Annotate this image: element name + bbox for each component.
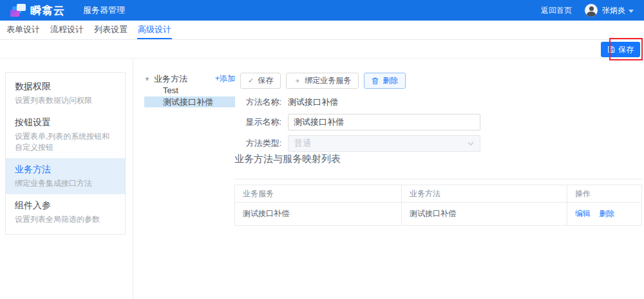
app-title: 瞬翕云 xyxy=(30,3,65,18)
design-tabs: 表单设计 流程设计 列表设置 高级设计 xyxy=(0,21,644,40)
col-header-service: 业务服务 xyxy=(235,185,402,203)
page: 瞬翕云 服务器管理 返回首页 张炳炎 表单设计 流程设计 列表设置 高级设计 保… xyxy=(0,0,644,299)
trash-icon xyxy=(372,77,379,85)
check-icon: ✓ xyxy=(248,77,254,84)
left-column: 数据权限 设置列表数据访问权限 按钮设置 设置表单,列表的系统按钮和自定义按钮 … xyxy=(0,59,133,299)
app-header: 瞬翕云 服务器管理 返回首页 张炳炎 xyxy=(0,0,644,21)
method-type-select[interactable]: 普通 xyxy=(288,135,480,152)
editor-actions: ✓ 保存 ＋ 绑定业务服务 删除 xyxy=(240,73,480,89)
sidebar-item-data-permission[interactable]: 数据权限 设置列表数据访问权限 xyxy=(6,75,125,111)
mapping-table: 业务服务 业务方法 操作 测试接口补偿 测试接口补偿 编辑 删除 xyxy=(234,185,642,226)
plus-icon: ＋ xyxy=(294,77,301,84)
main-panel: ▼ 业务方法 +添加 Test 测试接口补偿 ✓ 保存 ＋ 绑定业务服务 xyxy=(133,59,644,299)
settings-menu-card: 数据权限 设置列表数据访问权限 按钮设置 设置表单,列表的系统按钮和自定义按钮 … xyxy=(5,72,126,235)
add-method-link[interactable]: +添加 xyxy=(215,73,235,84)
method-type-label: 方法类型: xyxy=(240,138,281,149)
caret-down-icon[interactable] xyxy=(629,10,634,13)
method-editor: ✓ 保存 ＋ 绑定业务服务 删除 方法名称: xyxy=(240,73,480,152)
content: 数据权限 设置列表数据访问权限 按钮设置 设置表单,列表的系统按钮和自定义按钮 … xyxy=(0,59,644,299)
section-divider xyxy=(234,179,642,179)
sidebar-item-button-settings[interactable]: 按钮设置 设置表单,列表的系统按钮和自定义按钮 xyxy=(6,111,125,158)
tree-root-label[interactable]: 业务方法 xyxy=(154,73,187,85)
form-row-method-type: 方法类型: 普通 xyxy=(240,135,480,152)
cell-method: 测试接口补偿 xyxy=(402,203,567,226)
form-row-display-name: 显示名称: xyxy=(240,114,480,131)
app-logo: 瞬翕云 xyxy=(10,3,65,18)
method-save-button[interactable]: ✓ 保存 xyxy=(240,73,281,89)
back-home-link[interactable]: 返回首页 xyxy=(541,5,572,16)
save-icon xyxy=(607,46,615,53)
method-type-value: 普通 xyxy=(294,138,311,149)
cell-actions: 编辑 删除 xyxy=(567,203,642,226)
bind-service-button[interactable]: ＋ 绑定业务服务 xyxy=(286,73,359,89)
logo-icon xyxy=(10,4,26,17)
toolbar: 保存 xyxy=(0,40,644,59)
avatar-person-icon xyxy=(589,6,594,11)
tree-caret-icon[interactable]: ▼ xyxy=(144,76,154,82)
nav-item-server-management[interactable]: 服务器管理 xyxy=(83,5,125,16)
mapping-section-title: 业务方法与服务映射列表 xyxy=(234,153,642,165)
method-name-label: 方法名称: xyxy=(240,96,281,108)
mapping-section: 业务方法与服务映射列表 业务服务 业务方法 操作 测试接口补偿 xyxy=(234,153,642,226)
tree-node-test[interactable]: Test xyxy=(144,85,235,96)
row-delete-link[interactable]: 删除 xyxy=(599,209,614,218)
tab-advanced-design[interactable]: 高级设计 xyxy=(137,21,172,39)
col-header-method: 业务方法 xyxy=(402,185,567,203)
cell-service: 测试接口补偿 xyxy=(235,203,402,226)
method-tree: ▼ 业务方法 +添加 Test 测试接口补偿 xyxy=(144,73,235,107)
sidebar-item-component-params[interactable]: 组件入参 设置列表全局筛选的参数 xyxy=(6,194,125,230)
tab-flow-design[interactable]: 流程设计 xyxy=(50,21,84,39)
sidebar-item-business-method[interactable]: 业务方法 绑定业务集成接口方法 xyxy=(6,158,125,194)
tree-root-row: ▼ 业务方法 +添加 xyxy=(144,73,235,84)
form-row-method-name: 方法名称: 测试接口补偿 xyxy=(240,96,480,109)
tab-list-settings[interactable]: 列表设置 xyxy=(93,21,128,39)
display-name-input[interactable] xyxy=(288,114,480,131)
table-row: 测试接口补偿 测试接口补偿 编辑 删除 xyxy=(235,203,642,226)
chevron-down-icon xyxy=(468,141,474,146)
col-header-actions: 操作 xyxy=(567,185,642,203)
method-name-value: 测试接口补偿 xyxy=(288,96,338,108)
table-header-row: 业务服务 业务方法 操作 xyxy=(235,185,642,203)
delete-method-button[interactable]: 删除 xyxy=(364,73,406,89)
display-name-label: 显示名称: xyxy=(240,116,281,128)
avatar[interactable] xyxy=(585,4,598,17)
save-button[interactable]: 保存 xyxy=(601,42,640,57)
header-right: 返回首页 张炳炎 xyxy=(541,4,644,17)
tab-form-design[interactable]: 表单设计 xyxy=(6,21,41,39)
username[interactable]: 张炳炎 xyxy=(602,5,625,16)
tree-node-selected[interactable]: 测试接口补偿 xyxy=(144,96,235,107)
edit-link[interactable]: 编辑 xyxy=(575,209,591,218)
